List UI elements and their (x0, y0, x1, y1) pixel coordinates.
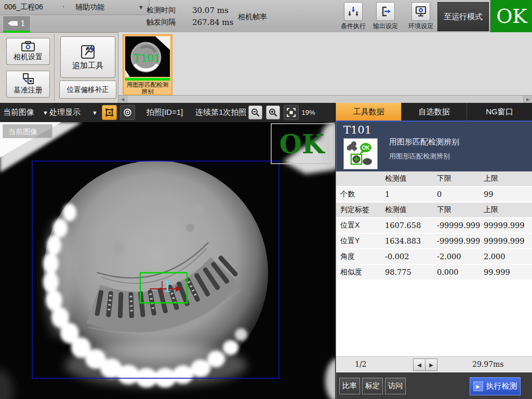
conditional-exec-button[interactable]: 条件执行 (339, 2, 368, 31)
match-index-label: 1 (163, 277, 172, 296)
access-label: 访问 (388, 381, 403, 391)
chevron-down-icon[interactable]: ▼ (92, 110, 98, 116)
add-tool-label: 追加工具 (72, 61, 103, 71)
run-mode-button[interactable]: 至运行模式 (437, 2, 489, 31)
aux-menu-selector[interactable]: 辅助功能 ▼ (64, 0, 150, 15)
calibration-button[interactable]: 标定 (362, 378, 383, 394)
rotate-view-button[interactable] (120, 105, 135, 120)
row-label: 角度 (340, 252, 385, 261)
image-source-label: 当前图像 (3, 125, 52, 138)
tool-thumbnail-image: T101 (125, 36, 170, 77)
run-mode-label: 至运行模式 (444, 12, 483, 22)
result-overlay: OK (271, 124, 334, 164)
tool-thumbnail-t101[interactable]: T101 用图形匹配检测 辨别 (123, 34, 172, 96)
tab-custom-data-label: 自选数据 (419, 107, 450, 117)
table-header-row: 检测值 下限 上限 (336, 171, 532, 186)
fit-view-icon (287, 108, 296, 117)
col-low-limit: 下限 (437, 174, 484, 183)
scroll-left-icon: ◀ (121, 97, 124, 102)
page-prev-button[interactable]: ◀ (413, 358, 425, 371)
tab-tool-data[interactable]: 工具数据 (336, 103, 401, 121)
col-high-limit: 上限 (484, 174, 532, 183)
row-value: 1 (385, 190, 437, 198)
camera-fps-label: 相机帧率 (238, 12, 267, 22)
inspected-part (43, 161, 268, 388)
zoom-out-icon (251, 108, 260, 117)
rotate-icon (123, 108, 132, 117)
tool-thumbnail-status-bar (125, 78, 170, 81)
right-panel: 工具数据 自选数据 NG窗口 T101 OK (336, 103, 532, 399)
capture-label: 拍照[ID=1] (147, 108, 183, 117)
calibration-label: 标定 (365, 381, 380, 391)
register-reference-button[interactable]: 基准注册 (6, 71, 50, 98)
pattern-icon (105, 108, 114, 117)
table-row[interactable]: 位置Y 1634.883 -99999.999 99999.999 (336, 234, 532, 248)
tool-thumbnail-strip: T101 用图形匹配检测 辨别 ◀ ▶ (118, 32, 532, 103)
tool-name: 用图形匹配检测辨别 (389, 137, 459, 147)
row-label: 位置X (340, 221, 385, 230)
prev-icon: ◀ (417, 362, 421, 368)
fit-view-button[interactable] (284, 105, 299, 120)
table-row[interactable]: 相似度 98.775 0.000 99.999 (336, 265, 532, 280)
current-image-select[interactable]: 当前图像 (3, 108, 34, 117)
scroll-right-button[interactable]: ▶ (523, 96, 532, 103)
table-row[interactable]: 角度 -0.002 -2.000 2.000 (336, 249, 532, 264)
table-subheader-row: 判定标签 检测值 下限 上限 (336, 203, 532, 217)
add-tool-button[interactable]: 追加工具 (60, 36, 115, 78)
tab-ng-window[interactable]: NG窗口 (467, 103, 532, 121)
page-next-button[interactable]: ▶ (425, 358, 437, 371)
access-button[interactable]: 访问 (385, 378, 406, 394)
zoom-level-value: 19% (302, 109, 315, 116)
tool-header: T101 OK 用图形匹配检测辨别 用图形匹配检测辨别 (336, 121, 532, 171)
overlay-pattern-button[interactable] (102, 105, 117, 120)
processing-time: 29.97ms (472, 360, 504, 368)
image-source-text: 当前图像 (8, 127, 37, 136)
camera-image: 1 OK 当前图像 (0, 122, 335, 399)
conditional-exec-label: 条件执行 (339, 22, 368, 31)
table-row[interactable]: 位置X 1607.658 -99999.999 99999.999 (336, 218, 532, 233)
row-low: -2.000 (437, 252, 484, 261)
scroll-left-button[interactable]: ◀ (118, 96, 127, 103)
output-settings-button[interactable]: 输出设定 (371, 2, 400, 31)
row-high: 99 (484, 190, 532, 198)
table-row[interactable]: 个数 1 0 99 (336, 187, 532, 202)
row-high: 99999.999 (484, 221, 532, 230)
col-detect-value: 检测值 (385, 174, 437, 183)
tool-icon-ok-badge: OK (362, 145, 370, 151)
output-settings-icon (379, 5, 392, 18)
tool-thumbnail-caption-1: 用图形匹配检测 (124, 82, 171, 88)
display-mode-select[interactable]: 处理显示 (49, 108, 81, 117)
capture-mode-label: 连续第1次拍照 (195, 108, 246, 117)
thumbnail-scrollbar[interactable]: ◀ ▶ (118, 95, 532, 103)
camera-tab-1[interactable]: 1 (3, 16, 31, 31)
execute-detection-button[interactable]: ▶ 执行检测 (470, 377, 521, 395)
position-offset-button[interactable]: 位置偏移补正 (59, 81, 116, 99)
row-high: 上限 (484, 205, 532, 215)
ratio-button[interactable]: 比率 (339, 378, 360, 394)
tab-tool-data-label: 工具数据 (353, 107, 384, 117)
row-label: 判定标签 (340, 205, 385, 215)
zoom-in-button[interactable] (266, 105, 280, 119)
status-ok-badge: OK (490, 0, 532, 32)
image-toolbar: 当前图像 ▼ 处理显示 ▼ 拍照[ID=1] 连续第1次拍照 (0, 103, 335, 122)
row-low: 下限 (437, 205, 484, 215)
register-reference-icon (21, 73, 35, 85)
add-tool-icon (80, 44, 96, 60)
scrollbar-track[interactable] (127, 96, 523, 103)
project-selector[interactable]: 006_工程06 ▼ (0, 0, 72, 15)
conditional-exec-icon (347, 5, 360, 18)
row-low: 0 (437, 190, 484, 198)
chevron-down-icon[interactable]: ▼ (43, 110, 48, 116)
tab-custom-data[interactable]: 自选数据 (401, 103, 467, 121)
top-bar: 006_工程06 ▼ 辅助功能 ▼ 1 检测时间 30.07 ms 触发间隔 2… (0, 0, 532, 33)
zoom-out-button[interactable] (248, 105, 262, 119)
row-label: 相似度 (340, 268, 385, 277)
position-offset-label: 位置偏移补正 (67, 85, 109, 95)
camera-image-viewport[interactable]: 1 OK 当前图像 (0, 122, 335, 399)
camera-setup-button[interactable]: 相机设置 (6, 38, 50, 65)
environment-settings-label: 环境设定 (406, 22, 435, 31)
environment-settings-button[interactable]: 环境设定 (406, 2, 435, 31)
row-value: -0.002 (385, 252, 437, 261)
row-high: 2.000 (484, 252, 532, 261)
row-label: 位置Y (340, 236, 385, 246)
